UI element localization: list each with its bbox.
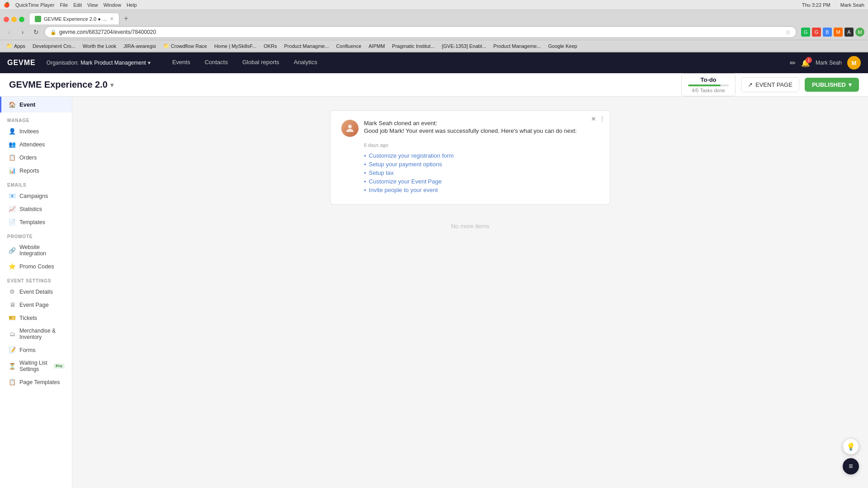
close-window-btn[interactable]	[4, 17, 9, 22]
bookmark-okrs[interactable]: OKRs	[261, 42, 279, 50]
minimize-window-btn[interactable]	[11, 17, 17, 22]
notif-header: Mark Seah cloned an event: Good job Mark…	[341, 120, 599, 138]
todo-box[interactable]: To-do 4/5 Tasks done	[681, 73, 736, 96]
event-title[interactable]: GEVME Experience 2.0 ▾	[9, 80, 113, 90]
edit-icon-btn[interactable]: ✏	[790, 59, 796, 67]
quicktime-label[interactable]: QuickTime Player	[15, 2, 54, 8]
sidebar-item-promo-codes[interactable]: ⭐ Promo Codes	[0, 260, 72, 273]
ext-icon-1[interactable]: G	[801, 28, 810, 37]
sidebar-item-waiting-list[interactable]: ⏳ Waiting List Settings Pro	[0, 357, 72, 375]
templates-icon: 📄	[9, 219, 16, 225]
bookmark-crowdflow[interactable]: 📁 Crowdflow Race	[160, 42, 210, 50]
bookmark-label: Product Managme...	[284, 43, 329, 49]
active-tab[interactable]: GEVME Experience 2.0 ● GEV... ✕	[29, 13, 119, 24]
nav-contacts[interactable]: Contacts	[198, 52, 235, 73]
event-title-caret-icon: ▾	[110, 81, 113, 89]
event-page-btn[interactable]: ↗ EVENT PAGE	[741, 77, 799, 92]
customize-registration-link[interactable]: Customize your registration form	[369, 152, 454, 159]
sidebar-item-forms[interactable]: 📝 Forms	[0, 343, 72, 357]
sidebar-item-event-details[interactable]: ⚙ Event Details	[0, 285, 72, 298]
sidebar-item-campaigns[interactable]: 📧 Campaigns	[0, 189, 72, 202]
bookmark-product-mgmt2[interactable]: Product Manageme...	[491, 42, 543, 50]
sidebar-item-page-templates[interactable]: 📋 Page Templates	[0, 375, 72, 389]
merchandise-icon: 🗂	[9, 331, 16, 338]
bookmark-label: [GVE-1353] Enabl...	[442, 43, 486, 49]
bookmark-gve[interactable]: [GVE-1353] Enabl...	[439, 42, 489, 50]
sidebar-item-tickets[interactable]: 🎫 Tickets	[0, 311, 72, 324]
bookmark-dev-cro[interactable]: Development Cro...	[30, 42, 78, 50]
bookmark-label: Google Keep	[548, 43, 577, 49]
ext-icon-2[interactable]: G	[812, 28, 821, 37]
org-selector[interactable]: Organisation: Mark Product Management ▾	[47, 60, 151, 66]
monitor-icon: 🖥	[9, 301, 16, 308]
sidebar-item-attendees[interactable]: 👥 Attendees	[0, 138, 72, 151]
forward-btn[interactable]: ›	[17, 27, 28, 38]
todo-label: To-do	[688, 76, 729, 83]
mac-bar-right: Thu 3:22 PM Mark Seah	[802, 2, 864, 8]
sidebar-event-page-label: Event Page	[19, 302, 49, 308]
notif-body: Good job Mark! Your event was successful…	[364, 127, 599, 134]
sidebar-item-orders[interactable]: 📋 Orders	[0, 151, 72, 164]
gevme-logo[interactable]: GEVME	[7, 59, 36, 67]
bookmark-pragmatic[interactable]: Pragmatic Institut...	[389, 42, 437, 50]
sidebar-item-website-integration[interactable]: 🔗 Website Integration	[0, 241, 72, 260]
ext-icon-4[interactable]: M	[834, 28, 843, 37]
bookmark-confluence[interactable]: Confluence	[334, 42, 364, 50]
ext-icon-3[interactable]: B	[823, 28, 832, 37]
bookmark-worth-look[interactable]: Worth the Look	[80, 42, 119, 50]
sidebar-item-statistics[interactable]: 📈 Statistics	[0, 202, 72, 216]
bookmark-product-mgmt[interactable]: Product Managme...	[282, 42, 332, 50]
nav-events[interactable]: Events	[165, 52, 198, 73]
notif-menu-btn[interactable]: ⋮	[599, 115, 605, 122]
published-btn[interactable]: PUBLISHED ▾	[805, 78, 859, 92]
apple-icon[interactable]: 🍎	[4, 2, 10, 8]
svg-point-0	[348, 125, 352, 128]
folder-icon: 📁	[163, 43, 170, 49]
address-bar[interactable]: 🔒 gevme.com/68327204/events/78400020 ☆	[44, 26, 797, 38]
fullscreen-window-btn[interactable]	[19, 17, 24, 22]
sidebar-item-event-page[interactable]: 🖥 Event Page	[0, 298, 72, 311]
bookmark-label: Pragmatic Institut...	[392, 43, 434, 49]
bookmark-jira[interactable]: JIRA-wearegsi	[121, 42, 159, 50]
reload-btn[interactable]: ↻	[31, 27, 42, 38]
window-menu[interactable]: Window	[104, 2, 121, 8]
bookmark-label: Home | MySkillsF...	[214, 43, 256, 49]
edit-menu[interactable]: Edit	[73, 2, 82, 8]
settings-icon: ⚙	[9, 288, 16, 295]
tab-close-btn[interactable]: ✕	[110, 16, 113, 21]
arrow-icon: ↗	[748, 81, 753, 88]
user-avatar[interactable]: M	[847, 56, 861, 70]
help-menu[interactable]: Help	[127, 2, 137, 8]
ext-icon-5[interactable]: A	[844, 28, 854, 37]
notif-link-payment: ● Setup your payment options	[364, 161, 599, 168]
sidebar-item-event[interactable]: 🏠 Event	[0, 97, 72, 113]
no-more-items-label: No more items	[451, 223, 490, 230]
new-tab-btn[interactable]: +	[120, 13, 132, 24]
bookmark-aipmm[interactable]: AIPMM	[366, 42, 387, 50]
float-chat-btn[interactable]: ≡	[843, 458, 859, 474]
sidebar-item-invitees[interactable]: 👤 Invitees	[0, 125, 72, 138]
profile-icon[interactable]: M	[855, 28, 864, 37]
sidebar-item-reports[interactable]: 📊 Reports	[0, 164, 72, 177]
customize-event-page-link[interactable]: Customize your Event Page	[369, 178, 442, 185]
bookmark-star-icon[interactable]: ☆	[785, 29, 791, 36]
notif-close-btn[interactable]: ✕	[591, 115, 596, 122]
sidebar-item-merchandise[interactable]: 🗂 Merchandise & Inventory	[0, 324, 72, 343]
setup-payment-link[interactable]: Setup your payment options	[369, 161, 442, 168]
notification-bell-btn[interactable]: 🔔 1	[801, 59, 810, 67]
nav-analytics[interactable]: Analytics	[287, 52, 325, 73]
sidebar-promo-label: Promo Codes	[19, 263, 54, 270]
file-menu[interactable]: File	[60, 2, 68, 8]
float-lightbulb-btn[interactable]: 💡	[843, 438, 859, 455]
invite-people-link[interactable]: Invite people to your event	[369, 187, 438, 193]
view-menu[interactable]: View	[87, 2, 98, 8]
bookmark-apps[interactable]: 📁 Apps	[4, 42, 28, 50]
sidebar-reports-label: Reports	[19, 168, 39, 174]
nav-global-reports[interactable]: Global reports	[235, 52, 287, 73]
bookmark-google-keep[interactable]: Google Keep	[545, 42, 580, 50]
todo-progress-bar	[688, 84, 729, 86]
bookmark-myskills[interactable]: Home | MySkillsF...	[212, 42, 259, 50]
back-btn[interactable]: ‹	[4, 27, 14, 38]
setup-tax-link[interactable]: Setup tax	[369, 169, 394, 176]
sidebar-item-templates[interactable]: 📄 Templates	[0, 216, 72, 229]
